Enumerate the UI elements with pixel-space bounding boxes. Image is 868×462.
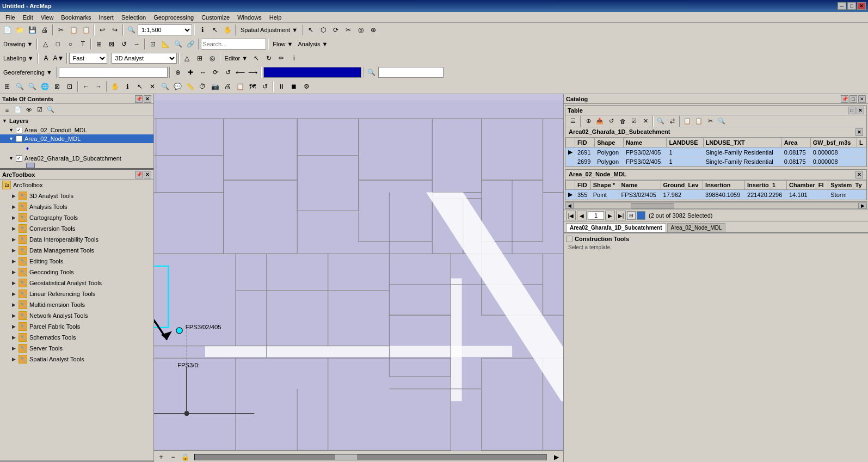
menu-insert[interactable]: Insert	[95, 13, 117, 22]
table-scrollbar-h[interactable]: ◀ ▶	[565, 201, 867, 209]
subtable2-close-btn[interactable]: ✕	[855, 171, 863, 178]
toc-visibility-btn[interactable]: 👁	[24, 105, 34, 115]
coords-input[interactable]	[263, 67, 361, 78]
map-scroll-right-btn[interactable]: ▶	[551, 452, 561, 462]
table-close-btn[interactable]: ✕	[857, 107, 864, 114]
nav-first-btn[interactable]: |◀	[566, 211, 576, 220]
full-extent-btn[interactable]: ⊠	[51, 81, 63, 93]
print2-btn[interactable]: 🖨	[221, 81, 233, 93]
3d-btn2[interactable]: ⊞	[194, 52, 206, 64]
select-btn[interactable]: ↖	[209, 24, 221, 36]
copy-btn[interactable]: 📋	[67, 24, 79, 36]
fwd-btn[interactable]: →	[93, 81, 104, 93]
labeling-dropdown[interactable]: Labeling ▼	[1, 55, 36, 61]
col2-fid[interactable]: FID	[575, 181, 591, 190]
zoom-selected-btn[interactable]: ⊠	[106, 38, 118, 50]
toolbox-cartography[interactable]: ▶ 🔧 Cartography Tools	[0, 212, 153, 223]
catalog-pin-btn[interactable]: 📌	[841, 95, 848, 103]
settings3-btn[interactable]: ⚙	[300, 81, 312, 93]
table-export-btn[interactable]: 📤	[594, 116, 605, 127]
toolbox-linear-ref[interactable]: ▶ 🔧 Linear Referencing Tools	[0, 288, 153, 299]
arctoolbox-root[interactable]: 🗂 ArcToolbox	[0, 180, 153, 190]
tab-gharafa[interactable]: Area02_Gharafa_1D_Subcatchment	[566, 223, 666, 232]
nav-last-btn[interactable]: ▶|	[616, 211, 626, 220]
col-gw[interactable]: GW_bsf_m3s	[810, 138, 857, 147]
table-menu-btn[interactable]: ☰	[568, 116, 578, 127]
conduit-checkbox[interactable]: ✓	[16, 127, 22, 133]
search-input[interactable]	[201, 39, 266, 50]
select-features-btn[interactable]: ↖	[134, 81, 146, 93]
identify-btn[interactable]: ℹ	[196, 24, 208, 36]
gharafa-checkbox[interactable]: ✓	[16, 155, 22, 162]
rotate-btn[interactable]: ↻	[263, 52, 275, 64]
undo-btn[interactable]: ↩	[96, 24, 108, 36]
refresh2-btn[interactable]: ↺	[259, 81, 271, 93]
col-landuse[interactable]: LANDUSE	[667, 138, 703, 147]
toolbox-3d-analyst[interactable]: ▶ 🔧 3D Analyst Tools	[0, 190, 153, 201]
pointer-btn[interactable]: ↖	[305, 24, 317, 36]
zoom-out-btn[interactable]: 🔍	[26, 81, 38, 93]
fast-dropdown[interactable]: Fast	[69, 53, 107, 64]
toolbox-server[interactable]: ▶ 🔧 Server Tools	[0, 343, 153, 354]
analyst3d-dropdown[interactable]: 3D Analyst	[112, 53, 177, 64]
menu-bookmarks[interactable]: Bookmarks	[58, 13, 94, 22]
toc-search-btn[interactable]: 🔍	[46, 105, 56, 115]
table-zoom-btn[interactable]: 🔍	[655, 116, 666, 127]
toolbox-parcel[interactable]: ▶ 🔧 Parcel Fabric Tools	[0, 321, 153, 332]
table-find-btn[interactable]: 🔍	[716, 116, 727, 127]
attribute-btn[interactable]: i	[288, 52, 300, 64]
measure-btn[interactable]: 📐	[159, 38, 171, 50]
stop-btn[interactable]: ⏹	[288, 81, 300, 93]
georef-input[interactable]	[59, 67, 168, 78]
toc-select-btn[interactable]: ☑	[35, 105, 45, 115]
zoom-in-btn[interactable]: 🔍	[125, 24, 137, 36]
menu-file[interactable]: File	[2, 13, 19, 22]
catalog-expand-btn[interactable]: □	[849, 95, 857, 103]
nav-next-btn[interactable]: ▶	[605, 211, 615, 220]
table-switch-btn[interactable]: ⇄	[667, 116, 678, 127]
draw-btn1[interactable]: △	[39, 38, 51, 50]
col2-chamber[interactable]: Chamber_Fl	[787, 181, 828, 190]
layout-btn[interactable]: 📋	[234, 81, 246, 93]
georef-btn2[interactable]: ✚	[184, 66, 196, 78]
subtable1-close-btn[interactable]: ✕	[855, 128, 863, 136]
nav-prev-btn[interactable]: ◀	[577, 211, 587, 220]
edit-tool-btn[interactable]: ↖	[250, 52, 262, 64]
print-btn[interactable]: 🖨	[39, 24, 51, 36]
refresh-btn[interactable]: ↺	[118, 38, 130, 50]
camera-btn[interactable]: 📷	[209, 81, 221, 93]
col-fid[interactable]: FID	[575, 138, 595, 147]
table-delete-btn[interactable]: 🗑	[617, 116, 628, 127]
toolbox-spatial-analyst[interactable]: ▶ 🔧 Spatial Analyst Tools	[0, 354, 153, 365]
close-button[interactable]: ✕	[857, 2, 866, 10]
map-zoom-out-btn[interactable]: −	[168, 452, 178, 462]
toolbox-editing[interactable]: ▶ 🔧 Editing Tools	[0, 256, 153, 267]
find2-btn[interactable]: 🔍	[159, 81, 171, 93]
map-lock-btn[interactable]: 🔒	[180, 452, 190, 462]
back-btn[interactable]: ←	[80, 81, 92, 93]
toolbox-data-mgmt[interactable]: ▶ 🔧 Data Management Tools	[0, 245, 153, 256]
hyperlink-btn[interactable]: 🔗	[184, 38, 196, 50]
col-name[interactable]: Name	[624, 138, 667, 147]
toc-pin-btn[interactable]: 📌	[135, 95, 143, 103]
forward-btn[interactable]: →	[131, 38, 143, 50]
col2-shape[interactable]: Shape *	[590, 181, 619, 190]
map-zoom-in-btn[interactable]: +	[156, 452, 166, 462]
scroll-right-btn[interactable]: ▶	[858, 202, 867, 209]
maximize-button[interactable]: □	[847, 2, 856, 10]
table-expand-btn[interactable]: □	[848, 107, 855, 114]
georef-btn5[interactable]: ↺	[222, 66, 234, 78]
data-view-btn[interactable]: 🗺	[247, 81, 258, 93]
layers-expand-icon[interactable]: ▼	[2, 118, 7, 124]
toc-close-btn[interactable]: ✕	[144, 95, 151, 103]
drawing-dropdown[interactable]: Drawing ▼	[1, 41, 35, 47]
col2-ground[interactable]: Ground_Lev	[661, 181, 703, 190]
pan-btn[interactable]: ✋	[221, 24, 233, 36]
layer-area02-gharafa[interactable]: ▼ ✓ Area02_Gharafa_1D_Subcatchment	[0, 154, 153, 163]
table-row[interactable]: ▶ 355 Point FPS3/02/405 17.962 398840.10…	[566, 190, 866, 200]
georef-btn1[interactable]: ⊕	[172, 66, 184, 78]
clear-select-btn[interactable]: ✕	[146, 81, 158, 93]
catalog-close-btn[interactable]: ✕	[858, 95, 866, 103]
toolbox-network[interactable]: ▶ 🔧 Network Analyst Tools	[0, 310, 153, 321]
table1-scroll[interactable]: FID Shape Name LANDUSE LNDUSE_TXT Area G…	[565, 138, 866, 167]
